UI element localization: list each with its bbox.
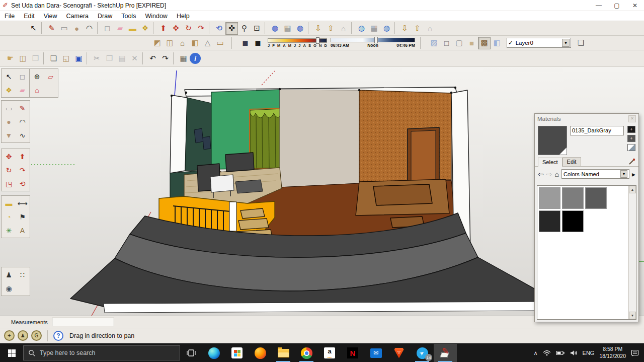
taskbar-chrome[interactable] bbox=[295, 344, 318, 362]
home-icon[interactable]: ⌂ bbox=[554, 171, 558, 178]
redo-icon[interactable]: ↷ bbox=[159, 52, 172, 65]
scale-tool-icon[interactable]: ◳ bbox=[2, 177, 16, 190]
menu-item[interactable]: Draw bbox=[93, 11, 117, 21]
text-tool-icon[interactable]: ⚑ bbox=[16, 210, 29, 224]
taskbar-store[interactable] bbox=[225, 344, 249, 362]
make-component-icon[interactable]: ◻ bbox=[16, 69, 29, 83]
material-swatch[interactable] bbox=[539, 187, 560, 209]
select-tool-icon[interactable]: ↖ bbox=[2, 69, 16, 83]
look-around-icon[interactable]: ◉ bbox=[2, 281, 16, 295]
help-icon[interactable]: ? bbox=[53, 331, 63, 341]
get-models-icon[interactable]: ⇩ bbox=[312, 22, 325, 35]
view-left-icon[interactable]: ▭ bbox=[214, 37, 226, 49]
view-front-icon[interactable]: ⌂ bbox=[176, 37, 189, 49]
follow-me-icon[interactable]: ↷ bbox=[16, 163, 29, 177]
style-hidden-line-icon[interactable]: ▢ bbox=[453, 37, 465, 49]
axes-compass-icon[interactable]: ⊕ bbox=[30, 69, 44, 83]
measurements-input[interactable] bbox=[52, 318, 114, 326]
secondary-pane-icon[interactable]: + bbox=[627, 126, 635, 133]
menu-item[interactable]: Tools bbox=[117, 11, 140, 21]
share-component-icon[interactable]: ⌂ bbox=[337, 22, 350, 35]
walk-tool-icon[interactable]: ∷ bbox=[16, 268, 29, 281]
material-swatch[interactable] bbox=[562, 187, 584, 209]
3d-text-icon[interactable]: A bbox=[16, 224, 29, 237]
paint-bucket-icon[interactable]: ❖ bbox=[2, 83, 16, 97]
minimize-button[interactable]: — bbox=[590, 2, 608, 9]
layer-dropdown[interactable]: ✓ Layer0 ▾ bbox=[507, 38, 571, 48]
menu-item[interactable]: Window bbox=[140, 11, 172, 21]
make-component-icon[interactable]: ◫ bbox=[17, 52, 29, 65]
arc-tool-icon[interactable]: ◠ bbox=[16, 115, 29, 128]
arc-tool-icon[interactable]: ◠ bbox=[83, 22, 96, 35]
create-material-icon[interactable]: + bbox=[627, 135, 635, 142]
maximize-button[interactable]: ▢ bbox=[608, 2, 626, 9]
line-tool-icon[interactable]: ✎ bbox=[16, 101, 29, 115]
taskbar-mail[interactable]: ✉ bbox=[364, 344, 387, 362]
open-file-icon[interactable]: ◱ bbox=[60, 52, 72, 65]
cut-icon[interactable]: ✂ bbox=[91, 52, 103, 65]
menu-item[interactable]: Help bbox=[172, 11, 194, 21]
tape-measure-icon[interactable]: ▬ bbox=[2, 196, 16, 210]
sample-paint-icon[interactable] bbox=[628, 158, 635, 166]
back-icon[interactable]: ⇦ bbox=[538, 171, 544, 178]
position-camera-icon[interactable]: ♟ bbox=[2, 268, 16, 281]
ge-toggle-terrain-icon[interactable]: ▦ bbox=[281, 22, 294, 35]
undo-icon[interactable]: ↶ bbox=[146, 52, 159, 65]
material-swatch[interactable] bbox=[562, 210, 584, 232]
share-component-2-icon[interactable]: ⌂ bbox=[424, 22, 436, 35]
style-monochrome-icon[interactable]: ◧ bbox=[491, 37, 503, 49]
geolocation-icon[interactable]: ✦ bbox=[4, 330, 15, 341]
pan-tool-icon[interactable]: ✜ bbox=[225, 22, 238, 35]
credit-icon[interactable]: ♟ bbox=[18, 330, 28, 341]
new-file-icon[interactable]: ❏ bbox=[47, 52, 60, 65]
time-slider-handle[interactable] bbox=[374, 37, 378, 43]
offset-tool-icon[interactable]: ⟲ bbox=[16, 177, 29, 190]
style-xray-icon[interactable]: ▨ bbox=[428, 37, 440, 49]
task-view-button[interactable] bbox=[180, 344, 202, 362]
taskbar-file-explorer[interactable] bbox=[272, 344, 295, 362]
select-tool-icon[interactable]: ↖ bbox=[27, 22, 40, 35]
signin-icon[interactable]: G bbox=[31, 330, 42, 341]
speaker-icon[interactable] bbox=[568, 350, 580, 356]
dimension-tool-icon[interactable]: ⟷ bbox=[16, 196, 29, 210]
menu-item[interactable]: View bbox=[39, 11, 62, 21]
pointer-tool-icon[interactable]: ☛ bbox=[4, 52, 17, 65]
action-center-icon[interactable] bbox=[628, 349, 641, 356]
taskbar-edge[interactable] bbox=[202, 344, 225, 362]
menu-item[interactable]: File bbox=[0, 11, 19, 21]
battery-icon[interactable] bbox=[553, 350, 568, 356]
tab-edit[interactable]: Edit bbox=[562, 157, 581, 166]
make-component-icon[interactable]: ◻ bbox=[101, 22, 114, 35]
taskbar-amazon[interactable]: a‿ bbox=[318, 344, 341, 362]
rotate-tool-icon[interactable]: ↻ bbox=[182, 22, 195, 35]
language-indicator[interactable]: ENG bbox=[580, 350, 597, 356]
zoom-tool-icon[interactable]: ⚲ bbox=[238, 22, 251, 35]
rotate-tool-icon[interactable]: ↻ bbox=[2, 163, 16, 177]
view-top-icon[interactable]: ◫ bbox=[164, 37, 176, 49]
push-pull-icon[interactable]: ⬆ bbox=[157, 22, 170, 35]
taskbar-brave[interactable]: ▽ bbox=[387, 344, 411, 362]
print-icon[interactable]: ▦ bbox=[177, 52, 190, 65]
shadow-date-slider[interactable]: JFMAMJJASOND bbox=[268, 38, 327, 48]
taskbar-clock[interactable]: 8:58 PM 18/12/2020 bbox=[597, 346, 628, 359]
section-plane-icon[interactable]: ▱ bbox=[44, 69, 57, 83]
menu-item[interactable]: Edit bbox=[19, 11, 39, 21]
taskbar-firefox[interactable] bbox=[249, 344, 272, 362]
model-info-icon[interactable]: i bbox=[190, 53, 201, 64]
view-right-icon[interactable]: ◧ bbox=[189, 37, 201, 49]
start-button[interactable] bbox=[0, 344, 23, 362]
delete-icon[interactable]: ✕ bbox=[128, 52, 141, 65]
forward-icon[interactable]: ⇨ bbox=[546, 171, 552, 178]
share-model-icon[interactable]: ⇧ bbox=[325, 22, 337, 35]
shadow-toggle-icon[interactable]: ◼ bbox=[252, 37, 264, 49]
component-options-icon[interactable]: ❐ bbox=[29, 52, 42, 65]
menu-item[interactable]: Camera bbox=[62, 11, 93, 21]
eraser-tool-icon[interactable]: ▰ bbox=[16, 83, 29, 97]
date-slider-track[interactable] bbox=[268, 38, 327, 43]
ge-place-model-2-icon[interactable]: ◍ bbox=[380, 22, 393, 35]
save-file-icon[interactable]: ▣ bbox=[72, 52, 85, 65]
style-wireframe-icon[interactable]: □ bbox=[440, 37, 453, 49]
eraser-tool-icon[interactable]: ▰ bbox=[114, 22, 126, 35]
polygon-tool-icon[interactable]: ▼ bbox=[2, 128, 16, 142]
taskbar-telegram[interactable]: ➤14 bbox=[411, 344, 434, 362]
